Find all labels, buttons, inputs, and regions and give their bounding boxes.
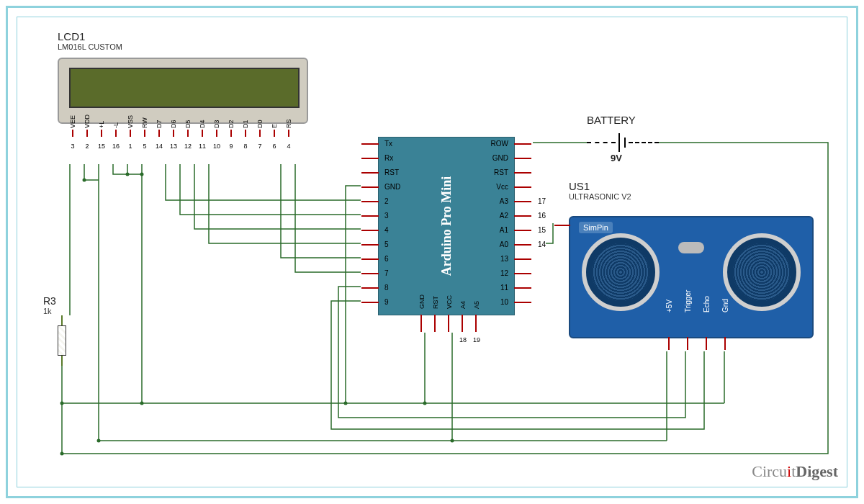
- lcd-pin-d0: D07: [255, 108, 265, 150]
- arduino-pin-right-row: [514, 143, 531, 145]
- watermark: CircuitDigest: [752, 462, 838, 481]
- lcd-pin-+l: +L15: [96, 108, 107, 150]
- lcd-pin-rs: RS4: [284, 108, 294, 150]
- lcd-pin-d3: D310: [212, 108, 222, 150]
- resistor-value: 1k: [43, 307, 56, 315]
- arduino-pin-left-rx: [361, 158, 379, 159]
- arduino-pin-right-rst: [514, 172, 531, 174]
- ultrasonic-ref-block: US1 ULTRASONIC V2: [569, 180, 631, 201]
- transducer-right: [723, 233, 801, 311]
- lcd-pin-d2: D29: [226, 108, 236, 150]
- arduino-pin-left-2: [361, 201, 379, 202]
- lcd-pin--l: -L16: [111, 108, 121, 150]
- arduino-pin-bottom-a4: [462, 315, 463, 332]
- arduino-pin-right-gnd: [514, 158, 531, 159]
- arduino-pro-mini: Arduino Pro Mini TxRxRSTGND23456789ROWGN…: [378, 137, 515, 315]
- lcd-ref-block: LCD1 LM016L CUSTOM: [58, 30, 122, 51]
- arduino-pin-right-a3: [514, 201, 531, 202]
- arduino-pin-left-7: [361, 273, 379, 274]
- lcd-pin-vss: VSS1: [125, 108, 135, 150]
- arduino-pin-left-gnd: [361, 186, 379, 188]
- arduino-pin-bottom-vcc: [448, 315, 449, 332]
- arduino-pin-left-5: [361, 244, 379, 246]
- arduino-pin-bottom-a5: [475, 315, 477, 332]
- arduino-pin-right-a2: [514, 215, 531, 217]
- resistor-body: [58, 325, 66, 356]
- ultrasonic-pin-trigger: Trigger: [681, 315, 694, 350]
- lcd-screen: [69, 68, 300, 108]
- resistor-component: [58, 315, 66, 366]
- arduino-pin-left-rst: [361, 172, 379, 174]
- battery-symbol: [587, 133, 659, 155]
- arduino-pin-right-13: [514, 258, 531, 260]
- lcd-pin-vee: VEE3: [68, 108, 78, 150]
- lcd-pin-vdd: VDD2: [82, 108, 92, 150]
- arduino-pin-left-3: [361, 215, 379, 217]
- transducer-left: [582, 233, 660, 311]
- resistor-ref-block: R3 1k: [43, 295, 56, 315]
- arduino-pin-left-6: [361, 258, 379, 260]
- lcd-pin-e: E6: [269, 108, 279, 150]
- arduino-pin-right-a0: [514, 244, 531, 246]
- arduino-pin-right-11: [514, 287, 531, 289]
- ultrasonic-pin-gnd: Gnd: [719, 315, 732, 350]
- lcd-pin-d1: D18: [240, 108, 251, 150]
- arduino-pin-right-12: [514, 273, 531, 274]
- arduino-pin-bottom-gnd: [420, 315, 422, 332]
- arduino-pin-right-vcc: [514, 186, 531, 188]
- arduino-name: Arduino Pro Mini: [439, 176, 454, 276]
- battery-ref: BATTERY: [587, 114, 636, 126]
- simpin-stub: [554, 225, 570, 226]
- ultrasonic-pin-5v: +5V: [662, 315, 675, 350]
- lcd-pin-d4: D411: [197, 108, 207, 150]
- lcd-ref: LCD1: [58, 30, 122, 42]
- arduino-pin-left-4: [361, 230, 379, 231]
- arduino-pin-right-10: [514, 302, 531, 303]
- resistor-ref: R3: [43, 295, 56, 307]
- lcd-module: VEE3VDD2+L15-L16VSS1RW5D714D613D512D411D…: [58, 58, 308, 137]
- lcd-pin-rw: RW5: [140, 108, 150, 150]
- battery-value: 9V: [611, 153, 622, 163]
- arduino-pin-left-8: [361, 287, 379, 289]
- ultrasonic-sensor: SimPin +5VTriggerEchoGnd: [569, 216, 814, 338]
- ultrasonic-value: ULTRASONIC V2: [569, 192, 631, 201]
- arduino-pin-right-a1: [514, 230, 531, 231]
- arduino-pin-left-9: [361, 302, 379, 303]
- arduino-pin-bottom-rst: [434, 315, 436, 332]
- ultrasonic-pin-echo: Echo: [700, 315, 713, 350]
- simpin-label: SimPin: [579, 222, 613, 233]
- lcd-pin-d5: D512: [183, 108, 193, 150]
- lcd-value: LM016L CUSTOM: [58, 42, 122, 51]
- lcd-pin-d6: D613: [168, 108, 179, 150]
- ultrasonic-ref: US1: [569, 180, 631, 192]
- arduino-pin-left-tx: [361, 143, 379, 145]
- ultrasonic-led: [678, 242, 704, 253]
- lcd-pin-d7: D714: [154, 108, 164, 150]
